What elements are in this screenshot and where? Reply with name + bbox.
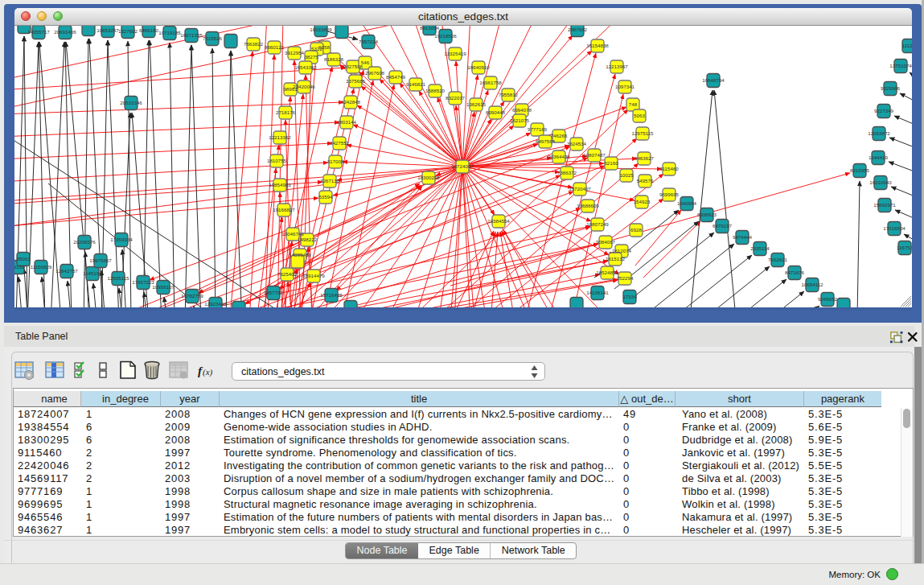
svg-text:7663822: 7663822 bbox=[244, 41, 264, 47]
svg-text:14099489: 14099489 bbox=[289, 252, 311, 257]
svg-text:1640954: 1640954 bbox=[677, 200, 697, 206]
svg-text:8938923: 8938923 bbox=[697, 212, 717, 217]
svg-text:1612074: 1612074 bbox=[612, 248, 632, 253]
svg-text:9227349: 9227349 bbox=[874, 108, 894, 113]
svg-text:2718176: 2718176 bbox=[276, 109, 296, 115]
svg-text:252294: 252294 bbox=[617, 275, 634, 281]
svg-text:20206576: 20206576 bbox=[73, 239, 96, 245]
svg-text:1621075: 1621075 bbox=[510, 117, 530, 123]
svg-text:6479197: 6479197 bbox=[713, 223, 733, 229]
svg-text:6928: 6928 bbox=[630, 227, 642, 233]
svg-text:9115460: 9115460 bbox=[659, 166, 679, 171]
svg-text:7632621: 7632621 bbox=[768, 257, 788, 262]
svg-text:1097341: 1097341 bbox=[615, 84, 635, 89]
svg-text:1145194: 1145194 bbox=[83, 270, 102, 276]
svg-text:18300295: 18300295 bbox=[417, 175, 440, 180]
svg-text:3912954: 3912954 bbox=[285, 50, 305, 56]
svg-text:16154838: 16154838 bbox=[586, 43, 609, 48]
svg-text:99159: 99159 bbox=[14, 264, 25, 270]
svg-text:17359934: 17359934 bbox=[110, 237, 133, 242]
svg-text:16543362: 16543362 bbox=[294, 64, 317, 70]
svg-text:8471676: 8471676 bbox=[785, 270, 805, 275]
svg-text:9457791: 9457791 bbox=[264, 290, 284, 295]
svg-text:12975115: 12975115 bbox=[631, 130, 654, 136]
svg-text:15692971: 15692971 bbox=[873, 202, 896, 208]
svg-text:19384554: 19384554 bbox=[487, 218, 510, 224]
svg-text:15720407: 15720407 bbox=[569, 186, 591, 192]
svg-text:16914479: 16914479 bbox=[302, 273, 325, 278]
svg-text:12093872: 12093872 bbox=[868, 130, 890, 136]
svg-text:13751074: 13751074 bbox=[889, 63, 912, 68]
svg-text:14136141: 14136141 bbox=[586, 290, 609, 295]
svg-text:2935114: 2935114 bbox=[750, 245, 770, 251]
svg-text:154923: 154923 bbox=[634, 199, 651, 204]
svg-text:9474444: 9474444 bbox=[733, 234, 753, 240]
svg-text:7625402: 7625402 bbox=[277, 271, 298, 277]
svg-text:8215955: 8215955 bbox=[850, 167, 870, 173]
svg-text:5322: 5322 bbox=[311, 46, 322, 51]
svg-text:8454749: 8454749 bbox=[386, 74, 406, 80]
svg-text:19854983: 19854983 bbox=[269, 182, 291, 187]
svg-text:38275: 38275 bbox=[304, 54, 318, 60]
svg-text:62160: 62160 bbox=[604, 160, 618, 166]
svg-text:1498222: 1498222 bbox=[298, 237, 318, 242]
svg-text:3624534: 3624534 bbox=[567, 141, 587, 146]
svg-text:8990448: 8990448 bbox=[486, 109, 506, 115]
svg-text:6994078: 6994078 bbox=[512, 107, 532, 113]
svg-text:16210643: 16210643 bbox=[869, 179, 892, 185]
svg-text:18724007: 18724007 bbox=[451, 163, 474, 169]
svg-text:20691406: 20691406 bbox=[54, 29, 76, 35]
svg-text:18640910: 18640910 bbox=[467, 64, 490, 70]
svg-text:10807487: 10807487 bbox=[583, 152, 606, 158]
svg-text:9084067: 9084067 bbox=[596, 239, 616, 245]
svg-text:19218506: 19218506 bbox=[434, 33, 457, 39]
svg-text:35061: 35061 bbox=[16, 256, 31, 262]
svg-text:2087682: 2087682 bbox=[568, 27, 588, 32]
svg-text:8660123: 8660123 bbox=[265, 44, 285, 50]
svg-text:16961758: 16961758 bbox=[479, 80, 502, 85]
svg-text:17016504: 17016504 bbox=[883, 225, 906, 231]
svg-text:19975867: 19975867 bbox=[89, 257, 112, 263]
svg-text:10046746: 10046746 bbox=[281, 231, 304, 237]
svg-text:8186328: 8186328 bbox=[324, 56, 344, 62]
svg-text:(x): (x) bbox=[203, 367, 213, 377]
svg-text:3427552: 3427552 bbox=[330, 140, 350, 146]
svg-text:7386372: 7386372 bbox=[557, 170, 577, 175]
svg-text:11156829: 11156829 bbox=[31, 264, 52, 270]
svg-text:9777169: 9777169 bbox=[528, 126, 548, 132]
svg-text:10958107: 10958107 bbox=[152, 284, 175, 290]
svg-text:98961: 98961 bbox=[283, 86, 298, 92]
svg-text:6497568: 6497568 bbox=[536, 138, 556, 144]
svg-text:17334: 17334 bbox=[622, 294, 637, 299]
svg-text:10025: 10025 bbox=[619, 172, 634, 178]
svg-text:9245652: 9245652 bbox=[818, 296, 838, 302]
svg-text:5063: 5063 bbox=[634, 113, 645, 118]
svg-text:7515526: 7515526 bbox=[203, 35, 223, 41]
svg-text:20533346: 20533346 bbox=[120, 100, 142, 105]
svg-text:53594: 53594 bbox=[318, 194, 333, 200]
svg-text:16033809: 16033809 bbox=[310, 27, 332, 32]
svg-text:16648794: 16648794 bbox=[702, 77, 725, 83]
svg-text:12505115: 12505115 bbox=[107, 275, 129, 281]
svg-text:317008: 317008 bbox=[327, 159, 344, 164]
svg-text:116753: 116753 bbox=[897, 245, 912, 250]
svg-text:1527602: 1527602 bbox=[118, 28, 138, 34]
svg-text:8322037: 8322037 bbox=[446, 95, 466, 101]
svg-text:9329986: 9329986 bbox=[881, 85, 901, 91]
svg-text:10688609: 10688609 bbox=[577, 203, 599, 208]
svg-text:1615132: 1615132 bbox=[606, 256, 626, 262]
svg-text:16671355: 16671355 bbox=[180, 32, 203, 38]
svg-text:748: 748 bbox=[629, 101, 638, 107]
svg-text:7357224: 7357224 bbox=[359, 39, 379, 44]
svg-text:16782759: 16782759 bbox=[181, 293, 203, 299]
svg-text:7955812: 7955812 bbox=[499, 92, 519, 97]
svg-text:12923446: 12923446 bbox=[204, 301, 227, 307]
svg-text:2803144: 2803144 bbox=[337, 119, 357, 125]
svg-text:9146821: 9146821 bbox=[406, 81, 426, 87]
svg-text:6466160: 6466160 bbox=[139, 27, 159, 33]
svg-text:13325419: 13325419 bbox=[444, 51, 466, 56]
svg-text:14055717: 14055717 bbox=[27, 29, 50, 35]
svg-text:10719185: 10719185 bbox=[158, 30, 181, 35]
svg-text:18807249: 18807249 bbox=[586, 221, 609, 227]
svg-text:12942757: 12942757 bbox=[55, 268, 78, 274]
